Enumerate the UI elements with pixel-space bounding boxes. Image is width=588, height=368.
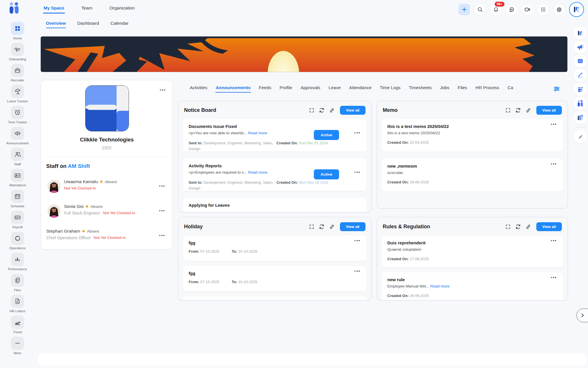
chat-icon xyxy=(508,6,515,13)
read-more-link[interactable]: Read more xyxy=(248,131,267,135)
app-logo[interactable] xyxy=(7,2,21,15)
tab-calendar-truncated[interactable]: Ca xyxy=(507,83,514,93)
app-sign-logo[interactable] xyxy=(574,69,587,82)
tab-time-logs[interactable]: Time Logs xyxy=(380,83,401,93)
staff-more-button[interactable] xyxy=(158,184,166,188)
item-more-button[interactable] xyxy=(550,239,557,242)
chat-button[interactable] xyxy=(506,4,517,15)
tab-activities[interactable]: Activities xyxy=(189,83,208,93)
read-more-link[interactable]: Read more xyxy=(248,170,267,175)
item-more-button[interactable] xyxy=(353,239,361,242)
shift-link[interactable]: AM Shift xyxy=(68,163,90,169)
add-button[interactable] xyxy=(459,4,470,15)
sidebar-item-payroll[interactable]: Payroll xyxy=(11,211,24,229)
item-more-button[interactable] xyxy=(550,276,557,279)
sidebar-item-recruiter[interactable]: Recruiter xyxy=(11,64,24,82)
staff-more-button[interactable] xyxy=(158,234,166,237)
notifications-button[interactable]: 99+ xyxy=(490,4,502,15)
refresh-icon[interactable] xyxy=(319,224,325,230)
staff-row: Uwaoma Kamalu Absent Not Yet Clocked-In xyxy=(46,179,168,195)
item-more-button[interactable] xyxy=(353,269,361,273)
view-all-button[interactable]: View all xyxy=(340,106,365,115)
status-active-button[interactable]: Active xyxy=(314,169,339,179)
sidebar-item-attendance[interactable]: Attendance xyxy=(9,169,26,187)
app-chat-logo[interactable] xyxy=(574,55,587,68)
refresh-icon[interactable] xyxy=(319,107,325,113)
apps-grid-button[interactable] xyxy=(537,4,549,15)
tab-hr-process[interactable]: HR Process xyxy=(475,83,500,93)
refresh-icon[interactable] xyxy=(515,107,521,113)
settings-button[interactable] xyxy=(553,4,565,15)
view-all-button[interactable]: View all xyxy=(536,222,562,231)
nav-team[interactable]: Team xyxy=(81,1,93,15)
sidebar-item-onboarding[interactable]: Onboarding xyxy=(9,43,26,61)
sidebar-item-hr-letters[interactable]: HR Letters xyxy=(10,295,26,313)
sidebar-item-more[interactable]: More xyxy=(11,337,24,355)
content-tabs: Activities Announcements Feeds Profile A… xyxy=(189,83,546,95)
video-call-button[interactable] xyxy=(522,4,533,15)
app-projects-logo[interactable] xyxy=(574,111,587,124)
nav-organization[interactable]: Organization xyxy=(109,1,135,15)
item-more-button[interactable] xyxy=(550,162,557,166)
tab-dashboard[interactable]: Dashboard xyxy=(77,21,99,28)
sidebar-item-leave-tracker[interactable]: Leave Tracker xyxy=(7,85,28,103)
link-icon[interactable] xyxy=(525,108,531,113)
tab-overview[interactable]: Overview xyxy=(46,21,66,28)
sidebar-item-performance[interactable]: Performance xyxy=(8,253,27,271)
tab-jobs[interactable]: Jobs xyxy=(440,83,450,93)
staff-more-button[interactable] xyxy=(158,209,166,212)
sidebar-item-staff[interactable]: Staff xyxy=(11,148,24,166)
tab-feeds[interactable]: Feeds xyxy=(259,83,272,93)
tabs-filter-button[interactable] xyxy=(552,85,561,93)
tab-approvals[interactable]: Approvals xyxy=(300,83,321,93)
notice-item: Activity Reports <p>Employees are requir… xyxy=(183,158,367,191)
plane-icon xyxy=(14,319,21,326)
item-more-button[interactable] xyxy=(353,131,361,135)
view-all-button[interactable]: View all xyxy=(340,222,365,231)
expand-icon[interactable] xyxy=(505,108,511,113)
read-more-link[interactable]: Read more xyxy=(430,284,450,288)
user-avatar[interactable] xyxy=(569,2,584,17)
view-all-button[interactable]: View all xyxy=(536,106,562,115)
status-active-button[interactable]: Active xyxy=(314,130,339,140)
sidebar-item-time-tracker[interactable]: Time Tracker xyxy=(8,106,27,124)
staff-name[interactable]: Sonia Gio xyxy=(64,204,84,209)
app-hr-logo[interactable] xyxy=(574,97,587,110)
tab-announcements[interactable]: Announcements xyxy=(215,83,251,93)
tab-profile[interactable]: Profile xyxy=(279,83,293,93)
link-icon[interactable] xyxy=(329,108,335,113)
link-icon[interactable] xyxy=(329,224,335,230)
sidebar-item-schedule[interactable]: Schedule xyxy=(11,190,24,208)
profile-more-button[interactable] xyxy=(159,88,166,92)
staff-name[interactable]: Stephan Graham xyxy=(46,229,80,234)
expand-icon[interactable] xyxy=(309,108,314,113)
refresh-icon[interactable] xyxy=(515,224,521,230)
sidebar-item-files[interactable]: Files xyxy=(11,274,24,292)
expand-panel-button[interactable] xyxy=(577,308,588,322)
item-more-button[interactable] xyxy=(353,300,361,300)
item-more-button[interactable] xyxy=(550,122,557,126)
staff-name[interactable]: Uwaoma Kamalu xyxy=(64,179,98,184)
tab-calendar[interactable]: Calendar xyxy=(111,21,129,28)
sidebar-item-home[interactable]: Home xyxy=(11,22,24,40)
expand-icon[interactable] xyxy=(505,224,511,229)
app-chart-logo[interactable] xyxy=(574,26,587,40)
item-more-button[interactable] xyxy=(353,170,361,174)
edit-button[interactable] xyxy=(574,130,587,143)
tab-files[interactable]: Files xyxy=(457,83,467,93)
app-tasks-logo[interactable] xyxy=(574,83,587,96)
app-ads-logo[interactable] xyxy=(574,41,587,54)
bottom-panel xyxy=(38,354,586,366)
sidebar-item-travel[interactable]: Travel xyxy=(11,316,24,334)
search-button[interactable] xyxy=(474,4,486,15)
expand-icon[interactable] xyxy=(309,224,314,229)
tab-leave[interactable]: Leave xyxy=(328,83,341,93)
tab-timesheets[interactable]: Timesheets xyxy=(409,83,432,93)
link-icon[interactable] xyxy=(525,224,531,230)
memo-title: new ,memeom xyxy=(387,164,557,168)
notice-item: Applying for Leaves xyxy=(183,198,367,212)
tab-attendance[interactable]: Attendance xyxy=(349,83,372,93)
sidebar-item-operations[interactable]: Operations xyxy=(9,232,26,250)
nav-my-space[interactable]: My Space xyxy=(43,1,65,15)
sidebar-item-announcement[interactable]: Announcement xyxy=(6,127,28,145)
